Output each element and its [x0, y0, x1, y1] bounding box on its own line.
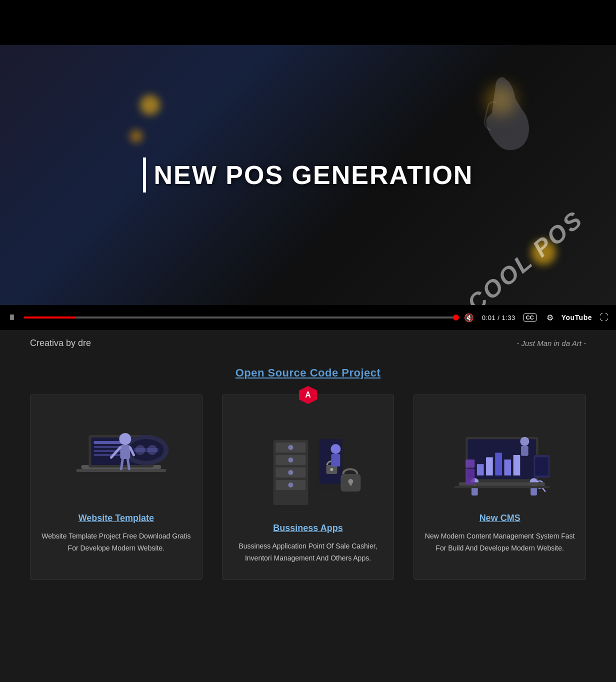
video-watermark: COOL POS	[462, 205, 588, 305]
video-wrapper: NEW POS GENERATION COOL POS ⏸ 🔇 0:01 / 1…	[0, 45, 616, 330]
gear-icon: ⚙	[546, 313, 554, 322]
svg-point-23	[288, 458, 293, 462]
cc-button[interactable]: CC	[522, 312, 538, 324]
card-illustration-apps	[232, 415, 384, 515]
angular-badge: A	[299, 386, 317, 404]
svg-rect-45	[521, 446, 528, 456]
svg-rect-39	[477, 464, 484, 476]
card-new-cms[interactable]: New CMS New Modern Content Management Sy…	[414, 394, 586, 580]
card-illustration-cms	[424, 405, 576, 505]
card-title-website[interactable]: Website Template	[78, 513, 154, 524]
pause-button[interactable]: ⏸	[6, 311, 18, 324]
bokeh-light-1	[140, 95, 160, 115]
svg-rect-42	[504, 460, 512, 476]
svg-rect-56	[466, 468, 474, 484]
pause-icon: ⏸	[8, 313, 16, 322]
mute-icon: 🔇	[464, 313, 474, 322]
card-desc-apps: Bussiness Application Point Of Sale Cash…	[232, 540, 384, 564]
bokeh-light-2	[130, 130, 142, 142]
svg-rect-55	[454, 486, 550, 488]
channel-info-bar: Creativa by dre - Just Man in da Art -	[0, 330, 616, 356]
svg-rect-12	[134, 448, 158, 452]
svg-rect-40	[486, 458, 493, 476]
svg-rect-41	[496, 452, 502, 475]
card-website-template[interactable]: Website Template Website Template Projec…	[30, 394, 202, 580]
svg-rect-47	[536, 458, 548, 476]
svg-point-13	[119, 433, 131, 445]
video-title-text: NEW POS GENERATION	[154, 160, 474, 190]
cards-container: Website Template Website Template Projec…	[30, 394, 586, 580]
progress-dot	[453, 314, 459, 320]
card-title-cms[interactable]: New CMS	[480, 513, 520, 524]
svg-point-31	[330, 468, 333, 471]
video-frame: NEW POS GENERATION COOL POS	[0, 45, 616, 305]
youtube-logo: YouTube	[562, 314, 592, 322]
card-bussiness-apps[interactable]: A	[222, 394, 394, 580]
fullscreen-button[interactable]: ⛶	[598, 311, 610, 324]
video-title-container: NEW POS GENERATION	[143, 158, 474, 192]
svg-point-21	[288, 445, 293, 450]
card-desc-website: Website Template Project Free Download G…	[40, 530, 192, 554]
svg-point-25	[288, 470, 293, 475]
current-time: 0:01	[482, 314, 496, 322]
mute-button[interactable]: 🔇	[462, 311, 476, 324]
svg-rect-33	[331, 454, 340, 466]
projects-section: Open Source Code Project	[0, 356, 616, 610]
card-desc-cms: New Modern Content Management System Fas…	[424, 530, 576, 554]
svg-rect-36	[350, 482, 352, 486]
hand-silhouette	[476, 75, 536, 150]
settings-button[interactable]: ⚙	[544, 311, 556, 324]
top-bar	[0, 0, 616, 45]
total-time: 1:33	[502, 314, 515, 322]
section-title[interactable]: Open Source Code Project	[30, 366, 586, 380]
video-controls-bar: ⏸ 🔇 0:01 / 1:33 CC ⚙ YouTube	[0, 305, 616, 330]
svg-rect-57	[466, 460, 474, 468]
progress-bar[interactable]	[24, 316, 456, 318]
channel-name: Creativa by dre	[30, 338, 91, 348]
svg-point-32	[330, 444, 340, 454]
svg-rect-14	[120, 445, 130, 459]
progress-filled	[24, 316, 76, 318]
card-title-apps[interactable]: Bussiness Apps	[273, 523, 342, 534]
title-bar-decoration	[143, 158, 146, 192]
card-illustration-website	[40, 405, 192, 505]
fullscreen-icon: ⛶	[600, 313, 608, 322]
svg-rect-43	[514, 455, 520, 476]
svg-point-44	[520, 437, 530, 446]
svg-line-18	[128, 459, 129, 469]
channel-tagline: - Just Man in da Art -	[516, 339, 586, 348]
time-display: 0:01 / 1:33	[482, 314, 516, 322]
cc-icon: CC	[524, 314, 536, 322]
svg-point-27	[288, 482, 293, 488]
svg-line-17	[121, 459, 122, 469]
